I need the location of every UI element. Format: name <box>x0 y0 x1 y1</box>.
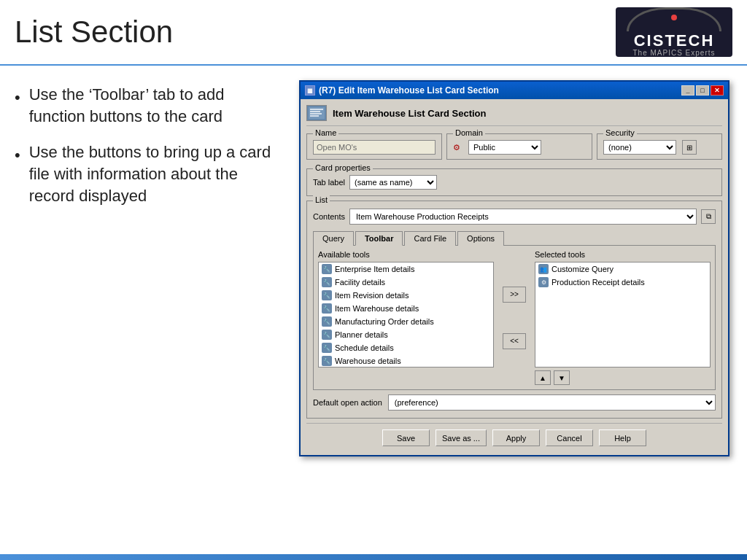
tool-icon-facility: 🔧 <box>322 277 332 287</box>
card-props-legend: Card properties <box>313 163 373 172</box>
svg-rect-4 <box>310 115 319 117</box>
tabs-bar: Query Toolbar Card File Options <box>313 230 716 246</box>
win-close-button[interactable]: ✕ <box>711 85 724 96</box>
tool-item-warehouse[interactable]: 🔧 Item Warehouse details <box>319 302 493 315</box>
selected-icon-production: ⚙ <box>538 277 549 287</box>
tab-toolbar[interactable]: Toolbar <box>355 231 403 246</box>
security-field-row: (none) ⊞ <box>603 137 716 155</box>
list-legend: List <box>313 195 330 204</box>
contents-label: Contents <box>313 212 345 221</box>
arrow-left-btn[interactable]: << <box>503 333 526 349</box>
contents-select[interactable]: Item Warehouse Production Receipts <box>349 209 697 225</box>
down-btn[interactable]: ▼ <box>554 370 570 385</box>
name-legend: Name <box>313 128 338 137</box>
bullet-dot-1: • <box>15 87 20 109</box>
tool-item-revision[interactable]: 🔧 Item Revision details <box>319 289 493 302</box>
domain-legend: Domain <box>453 128 485 137</box>
tab-label-select[interactable]: (same as name) <box>349 175 437 190</box>
bullet-text-2: Use the buttons to bring up a card file … <box>29 141 277 206</box>
up-btn[interactable]: ▲ <box>535 370 551 385</box>
dialog-header: Item Warehouse List Card Section <box>306 105 722 126</box>
selected-tool-production[interactable]: ⚙ Production Receipt details <box>535 276 710 289</box>
tool-item-schedule[interactable]: 🔧 Schedule details <box>319 341 493 354</box>
dialog-header-title: Item Warehouse List Card Section <box>333 108 486 119</box>
win-maximize-button[interactable]: □ <box>696 85 709 96</box>
name-group: Name <box>306 133 442 160</box>
tab-query[interactable]: Query <box>313 231 354 246</box>
security-legend: Security <box>603 128 637 137</box>
default-action-label: Default open action <box>313 398 382 407</box>
default-action-row: Default open action (preference) <box>313 390 716 413</box>
available-tools-label: Available tools <box>318 250 494 259</box>
win-icon-small: ▦ <box>305 85 315 96</box>
bottom-bar <box>0 554 747 560</box>
bullet-text-1: Use the ‘Toolbar’ tab to add function bu… <box>29 84 277 127</box>
win-minimize-button[interactable]: _ <box>681 85 694 96</box>
available-tools-list[interactable]: 🔧 Enterprise Item details 🔧 Facility det… <box>318 262 494 368</box>
selected-tools-col: Selected tools 👥 Customize Query ⚙ Produ… <box>535 250 711 385</box>
bullet-dot-2: • <box>15 144 20 166</box>
save-as-button[interactable]: Save as ... <box>436 429 487 446</box>
bullet-item-2: • Use the buttons to bring up a card fil… <box>15 141 277 206</box>
domain-icon: ⚙ <box>453 143 460 152</box>
name-input[interactable] <box>313 140 436 155</box>
win-dialog: ▦ (R7) Edit Item Warehouse List Card Sec… <box>299 80 729 456</box>
win-titlebar: ▦ (R7) Edit Item Warehouse List Card Sec… <box>301 82 728 99</box>
svg-rect-3 <box>310 113 322 114</box>
bullet-item-1: • Use the ‘Toolbar’ tab to add function … <box>15 84 277 127</box>
selected-tools-label: Selected tools <box>535 250 711 259</box>
up-down-arrows: ▲ ▼ <box>535 370 711 385</box>
card-properties-group: Card properties Tab label (same as name) <box>306 168 722 196</box>
contents-copy-btn[interactable]: ⧉ <box>701 209 716 224</box>
tool-icon-warehousedetails: 🔧 <box>322 356 332 366</box>
tool-icon-warehouse: 🔧 <box>322 303 332 314</box>
default-action-select[interactable]: (preference) <box>388 394 716 411</box>
selected-tool-customize[interactable]: 👥 Customize Query <box>535 262 710 276</box>
security-group: Security (none) ⊞ <box>597 133 722 160</box>
domain-field-row: ⚙ Public <box>453 137 586 155</box>
card-props-row: Tab label (same as name) <box>313 172 716 191</box>
name-field-row <box>313 137 436 155</box>
page-title: List Section <box>15 7 173 50</box>
security-select[interactable]: (none) <box>603 140 676 155</box>
list-group: List Contents Item Warehouse Production … <box>306 201 722 419</box>
tab-options[interactable]: Options <box>457 231 504 246</box>
svg-rect-1 <box>310 109 323 110</box>
tool-icon-enterprise: 🔧 <box>322 264 332 274</box>
cancel-button[interactable]: Cancel <box>546 429 593 446</box>
logo-sub: The MAPICS Experts <box>632 49 715 57</box>
help-button[interactable]: Help <box>599 429 646 446</box>
tool-item-mfg[interactable]: 🔧 Manufacturing Order details <box>319 315 493 328</box>
win-controls[interactable]: _ □ ✕ <box>681 85 724 96</box>
tool-icon-revision: 🔧 <box>322 290 332 300</box>
tool-item-planner[interactable]: 🔧 Planner details <box>319 328 493 341</box>
dialog-buttons: Save Save as ... Apply Cancel Help <box>306 423 722 449</box>
arrow-right-btn[interactable]: >> <box>503 287 526 303</box>
tools-section: Available tools 🔧 Enterprise Item detail… <box>313 246 716 390</box>
security-icon-btn[interactable]: ⊞ <box>682 140 697 155</box>
apply-button[interactable]: Apply <box>492 429 540 446</box>
logo-text: CISTECH <box>634 33 715 49</box>
page-header: List Section CISTECH The MAPICS Experts <box>0 0 747 66</box>
svg-rect-2 <box>310 111 320 112</box>
tool-icon-schedule: 🔧 <box>322 343 332 353</box>
win-body: Item Warehouse List Card Section Name Do… <box>301 99 728 455</box>
selected-tools-list[interactable]: 👥 Customize Query ⚙ Production Receipt d… <box>535 262 711 368</box>
tool-item-enterprise[interactable]: 🔧 Enterprise Item details <box>319 262 493 276</box>
win-title-text: (R7) Edit Item Warehouse List Card Secti… <box>319 85 499 96</box>
domain-select[interactable]: Public <box>468 140 541 155</box>
dialog-header-icon <box>306 105 327 121</box>
name-domain-security-row: Name Domain ⚙ Public <box>306 133 722 164</box>
tool-icon-mfg: 🔧 <box>322 316 332 327</box>
tools-arrows: >> << <box>500 250 529 385</box>
available-tools-col: Available tools 🔧 Enterprise Item detail… <box>318 250 494 385</box>
save-button[interactable]: Save <box>382 429 430 446</box>
tool-item-warehousedetails[interactable]: 🔧 Warehouse details <box>319 354 493 368</box>
tool-icon-planner: 🔧 <box>322 330 332 340</box>
tool-item-facility[interactable]: 🔧 Facility details <box>319 276 493 289</box>
bullet-list: • Use the ‘Toolbar’ tab to add function … <box>15 77 285 542</box>
win-titlebar-left: ▦ (R7) Edit Item Warehouse List Card Sec… <box>305 85 499 96</box>
dialog-wrapper: ▦ (R7) Edit Item Warehouse List Card Sec… <box>299 77 732 542</box>
tab-cardfile[interactable]: Card File <box>404 231 456 246</box>
logo-area: CISTECH The MAPICS Experts <box>616 7 732 58</box>
